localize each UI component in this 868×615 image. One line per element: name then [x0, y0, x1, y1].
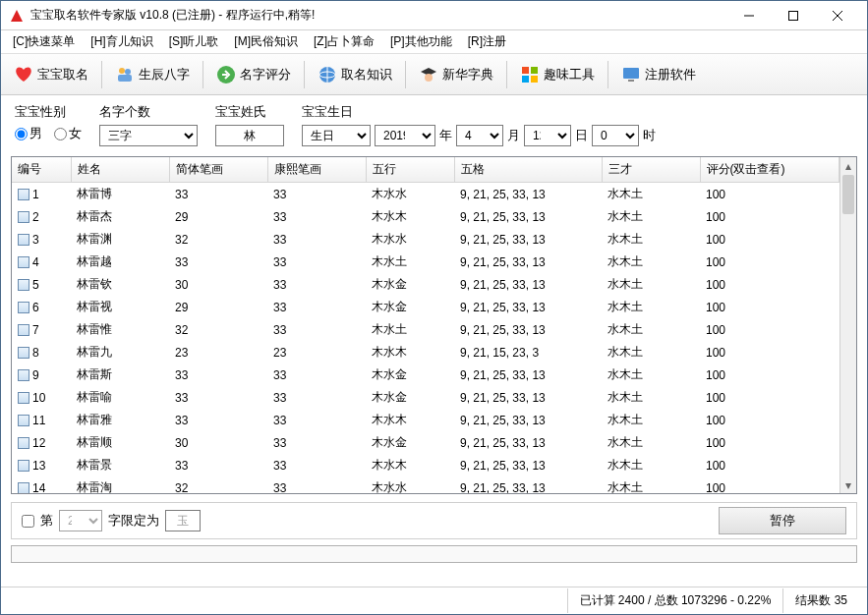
surname-label: 宝宝姓氏: [215, 103, 284, 121]
table-row[interactable]: 7林雷惟3233木水土9, 21, 25, 33, 13水木土100: [12, 318, 839, 341]
progress-bar: [11, 545, 857, 563]
month-suffix: 月: [507, 127, 520, 144]
row-icon: [18, 279, 29, 291]
lock-char-input: [165, 510, 201, 531]
table-row[interactable]: 12林雷顺3033木水金9, 21, 25, 33, 13水木土100: [12, 431, 839, 454]
results-table-scroll[interactable]: 编号 姓名 简体笔画 康熙笔画 五行 五格 三才 评分(双击查看) 1林雷博33…: [12, 157, 839, 493]
count-select[interactable]: 三字: [99, 125, 198, 146]
col-name[interactable]: 姓名: [71, 157, 169, 183]
maximize-button[interactable]: [771, 1, 815, 30]
titlebar: 宝宝取名软件专家版 v10.8 (已注册) - 程序运行中,稍等!: [1, 1, 867, 30]
table-row[interactable]: 14林雷淘3233木水水9, 21, 25, 33, 13水木土100: [12, 476, 839, 493]
surname-group: 宝宝姓氏: [215, 103, 284, 146]
lock-row: 第 2 字限定为 暂停: [11, 502, 857, 539]
gender-male-radio[interactable]: 男: [15, 125, 42, 142]
year-select[interactable]: 2019: [375, 125, 435, 146]
table-row[interactable]: 1林雷博3333木水水9, 21, 25, 33, 13水木土100: [12, 183, 839, 206]
svg-rect-16: [623, 68, 639, 79]
hour-select[interactable]: 0: [592, 125, 639, 146]
svg-rect-12: [522, 67, 529, 74]
tool-label: 新华字典: [442, 66, 493, 84]
tool-dictionary[interactable]: 新华字典: [410, 60, 502, 89]
tool-register[interactable]: 注册软件: [612, 60, 705, 89]
svg-point-4: [119, 68, 125, 74]
table-row[interactable]: 9林雷斯3333木水金9, 21, 25, 33, 13水木土100: [12, 363, 839, 386]
gender-label: 宝宝性别: [15, 103, 82, 121]
svg-point-11: [425, 74, 433, 82]
arrow-right-icon: [216, 65, 236, 84]
table-row[interactable]: 10林雷喻3333木水金9, 21, 25, 33, 13水木土100: [12, 386, 839, 409]
year-suffix: 年: [439, 127, 452, 144]
windows-icon: [520, 65, 540, 84]
tool-score[interactable]: 名字评分: [207, 60, 300, 89]
col-sancai[interactable]: 三才: [602, 157, 700, 183]
count-label: 名字个数: [99, 103, 198, 121]
table-row[interactable]: 13林雷景3333木水木9, 21, 25, 33, 13水木土100: [12, 454, 839, 476]
col-wuxing[interactable]: 五行: [366, 157, 454, 183]
table-row[interactable]: 11林雷雅3333木水木9, 21, 25, 33, 13水木土100: [12, 409, 839, 431]
svg-rect-14: [522, 76, 529, 83]
pause-button[interactable]: 暂停: [719, 507, 846, 534]
table-row[interactable]: 6林雷视2933木水金9, 21, 25, 33, 13水木土100: [12, 296, 839, 318]
tool-label: 宝宝取名: [37, 66, 88, 84]
svg-point-5: [125, 69, 131, 75]
row-icon: [18, 256, 29, 268]
minimize-button[interactable]: [726, 1, 771, 30]
svg-rect-6: [118, 75, 132, 82]
close-button[interactable]: [815, 1, 859, 30]
tool-knowledge[interactable]: 取名知识: [309, 60, 401, 89]
gender-female-radio[interactable]: 女: [54, 125, 82, 142]
row-icon: [18, 347, 29, 359]
people-icon: [115, 65, 135, 84]
col-simplified[interactable]: 简体笔画: [169, 157, 267, 183]
svg-rect-15: [531, 76, 538, 83]
lock-position-select: 2: [59, 510, 102, 531]
vertical-scrollbar[interactable]: ▴ ▾: [839, 157, 856, 493]
tool-fun[interactable]: 趣味工具: [511, 60, 604, 89]
birthday-label: 宝宝生日: [302, 103, 656, 121]
minimize-icon: [744, 11, 754, 21]
maximize-icon: [788, 11, 798, 21]
form-row: 宝宝性别 男 女 名字个数 三字 宝宝姓氏 宝宝生日 生日 2019 年 4 月…: [1, 95, 867, 150]
tool-naming[interactable]: 宝宝取名: [5, 60, 97, 89]
menu-other[interactable]: [P]其他功能: [382, 30, 460, 53]
col-score[interactable]: 评分(双击查看): [700, 157, 839, 183]
row-icon: [18, 392, 29, 404]
results-table: 编号 姓名 简体笔画 康熙笔画 五行 五格 三才 评分(双击查看) 1林雷博33…: [12, 157, 839, 493]
hour-suffix: 时: [643, 127, 656, 144]
col-kangxi[interactable]: 康熙笔画: [267, 157, 366, 183]
row-icon: [18, 369, 29, 381]
status-progress: 已计算 2400 / 总数 1073296 - 0.22%: [567, 588, 783, 613]
row-icon: [18, 482, 29, 494]
table-row[interactable]: 8林雷九2323木水木9, 21, 15, 23, 3水木土100: [12, 341, 839, 363]
surname-input[interactable]: [215, 125, 284, 146]
window-title: 宝宝取名软件专家版 v10.8 (已注册) - 程序运行中,稍等!: [30, 7, 315, 24]
table-row[interactable]: 4林雷越3333木水土9, 21, 25, 33, 13水木土100: [12, 251, 839, 273]
gender-group: 宝宝性别 男 女: [15, 103, 82, 142]
table-row[interactable]: 5林雷钦3033木水金9, 21, 25, 33, 13水木土100: [12, 273, 839, 296]
menu-songs[interactable]: [S]听儿歌: [161, 30, 227, 53]
menu-folk[interactable]: [M]民俗知识: [226, 30, 306, 53]
lock-checkbox[interactable]: [22, 515, 34, 528]
globe-icon: [318, 65, 337, 84]
scroll-up-arrow[interactable]: ▴: [840, 157, 856, 174]
day-select[interactable]: 12: [524, 125, 571, 146]
month-select[interactable]: 4: [456, 125, 503, 146]
scroll-down-arrow[interactable]: ▾: [840, 476, 856, 493]
col-wuge[interactable]: 五格: [454, 157, 602, 183]
menu-register[interactable]: [R]注册: [460, 30, 514, 53]
scroll-thumb[interactable]: [842, 175, 854, 214]
birthday-type-select[interactable]: 生日: [302, 125, 371, 146]
svg-rect-1: [788, 11, 797, 20]
menu-quick[interactable]: [C]快速菜单: [5, 30, 83, 53]
menu-fortune[interactable]: [Z]占卜算命: [306, 30, 382, 53]
col-id[interactable]: 编号: [12, 157, 71, 183]
student-icon: [419, 65, 438, 84]
menu-parenting[interactable]: [H]育儿知识: [83, 30, 160, 53]
table-row[interactable]: 2林雷杰2933木水木9, 21, 25, 33, 13水木土100: [12, 205, 839, 228]
svg-rect-17: [628, 80, 634, 82]
table-row[interactable]: 3林雷渊3233木水水9, 21, 25, 33, 13水木土100: [12, 228, 839, 251]
birthday-group: 宝宝生日 生日 2019 年 4 月 12 日 0 时: [302, 103, 656, 146]
table-header-row: 编号 姓名 简体笔画 康熙笔画 五行 五格 三才 评分(双击查看): [12, 157, 839, 183]
tool-bazi[interactable]: 生辰八字: [106, 60, 199, 89]
